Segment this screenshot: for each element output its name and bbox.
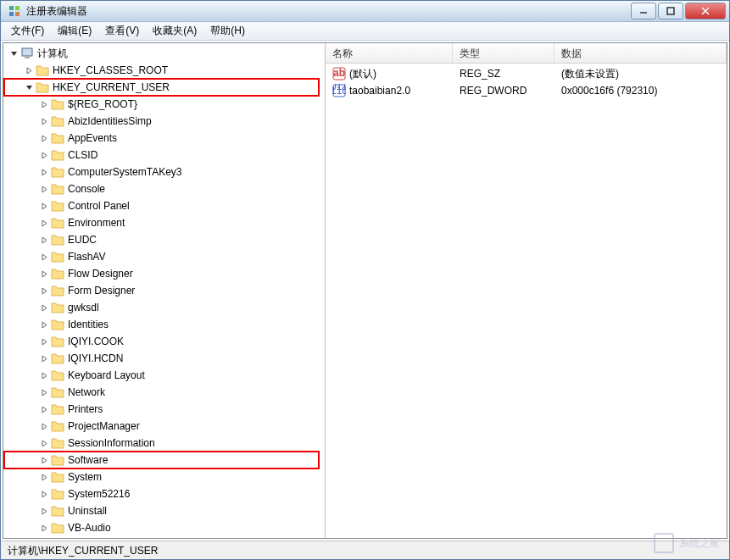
tree-item[interactable]: Form Designer <box>3 282 325 299</box>
tree-item[interactable]: Uninstall <box>3 502 325 519</box>
tree-panel[interactable]: 计算机HKEY_CLASSES_ROOTHKEY_CURRENT_USER${R… <box>3 43 326 538</box>
list-row[interactable]: ab(默认)REG_SZ(数值未设置) <box>326 65 727 82</box>
column-name[interactable]: 名称 <box>326 43 453 63</box>
folder-icon <box>51 149 64 161</box>
tree-item[interactable]: System52216 <box>3 485 325 502</box>
folder-icon <box>51 217 64 229</box>
expander-icon[interactable] <box>39 370 49 380</box>
folder-icon <box>51 183 64 195</box>
tree-label: Flow Designer <box>68 268 133 280</box>
tree-label: Network <box>68 386 105 398</box>
expander-icon[interactable] <box>39 167 49 177</box>
column-type[interactable]: 类型 <box>453 43 554 63</box>
tree-item[interactable]: IQIYI.HCDN <box>3 350 325 367</box>
folder-icon <box>51 488 64 500</box>
expander-icon[interactable] <box>39 319 49 330</box>
expander-icon[interactable] <box>39 455 49 465</box>
expander-icon[interactable] <box>8 48 19 58</box>
expander-icon[interactable] <box>39 421 49 431</box>
tree-item[interactable]: Control Panel <box>3 197 325 214</box>
list-header: 名称 类型 数据 <box>326 43 727 64</box>
tree-item[interactable]: Environment <box>3 214 325 231</box>
tree-item[interactable]: VB-Audio <box>3 519 325 536</box>
close-button[interactable] <box>685 3 726 19</box>
tree-item[interactable]: SessionInformation <box>3 435 325 452</box>
expander-icon[interactable] <box>39 184 49 194</box>
tree-item[interactable]: Console <box>3 180 325 197</box>
expander-icon[interactable] <box>39 133 49 143</box>
expander-icon[interactable] <box>39 506 49 516</box>
expander-icon[interactable] <box>39 353 49 363</box>
folder-icon <box>51 234 64 246</box>
tree-hkey-current-user[interactable]: HKEY_CURRENT_USER <box>3 79 325 96</box>
list-body[interactable]: ab(默认)REG_SZ(数值未设置)011110taobaibian2.0RE… <box>326 64 727 538</box>
folder-icon <box>51 420 64 432</box>
tree-item[interactable]: AppEvents <box>3 130 325 147</box>
tree-item[interactable]: System <box>3 469 325 485</box>
menu-view[interactable]: 查看(V) <box>98 22 146 40</box>
svg-rect-3 <box>15 12 20 16</box>
minimize-button[interactable] <box>631 3 656 19</box>
tree-item[interactable]: Flow Designer <box>3 265 325 282</box>
tree-item[interactable]: AbizIdentitiesSimp <box>3 113 325 130</box>
tree-hkey-classes-root[interactable]: HKEY_CLASSES_ROOT <box>3 62 325 79</box>
tree-item[interactable]: ${REG_ROOT} <box>3 96 325 113</box>
tree-label: Form Designer <box>68 285 135 297</box>
expander-icon[interactable] <box>39 404 49 414</box>
expander-icon[interactable] <box>39 472 49 482</box>
expander-icon[interactable] <box>39 387 49 397</box>
menubar: 文件(F) 编辑(E) 查看(V) 收藏夹(A) 帮助(H) <box>1 22 729 41</box>
folder-icon <box>36 64 49 76</box>
tree-item[interactable]: FlashAV <box>3 248 325 265</box>
expander-icon[interactable] <box>39 286 49 296</box>
expander-icon[interactable] <box>39 523 49 533</box>
folder-icon <box>36 81 49 93</box>
tree-item[interactable]: CLSID <box>3 147 325 164</box>
expander-icon[interactable] <box>39 218 49 228</box>
expander-icon[interactable] <box>39 302 49 313</box>
tree-item[interactable]: ComputerSystemTAKey3 <box>3 164 325 180</box>
expander-icon[interactable] <box>39 489 49 499</box>
menu-file[interactable]: 文件(F) <box>4 22 51 40</box>
tree-root-computer[interactable]: 计算机 <box>3 45 325 62</box>
tree-item[interactable]: gwksdl <box>3 299 325 316</box>
value-name: (默认) <box>349 67 376 81</box>
expander-icon[interactable] <box>39 252 49 262</box>
tree-item[interactable]: Software <box>3 452 325 469</box>
column-data[interactable]: 数据 <box>554 43 727 63</box>
folder-icon <box>51 132 64 144</box>
menu-help[interactable]: 帮助(H) <box>203 22 252 40</box>
tree-label: Uninstall <box>68 505 107 517</box>
tree-item[interactable]: EUDC <box>3 231 325 248</box>
menu-favorites[interactable]: 收藏夹(A) <box>146 22 203 40</box>
expander-icon[interactable] <box>39 201 49 211</box>
list-panel: 名称 类型 数据 ab(默认)REG_SZ(数值未设置)011110taobai… <box>326 43 727 538</box>
folder-icon <box>51 302 64 313</box>
tree-item[interactable]: ProjectManager <box>3 418 325 435</box>
tree-item[interactable]: Network <box>3 384 325 401</box>
tree-item[interactable]: Keyboard Layout <box>3 367 325 384</box>
expander-icon[interactable] <box>24 82 34 92</box>
expander-icon[interactable] <box>39 235 49 245</box>
expander-icon[interactable] <box>39 116 49 126</box>
expander-icon[interactable] <box>39 438 49 448</box>
tree-item[interactable]: Printers <box>3 401 325 418</box>
binary-value-icon: 011110 <box>332 84 346 97</box>
tree-item[interactable]: Identities <box>3 316 325 333</box>
expander-icon[interactable] <box>39 99 49 109</box>
value-type: REG_SZ <box>453 68 554 80</box>
statusbar-path: 计算机\HKEY_CURRENT_USER <box>8 545 158 557</box>
app-icon <box>8 4 21 18</box>
expander-icon[interactable] <box>24 65 34 75</box>
tree-label: AbizIdentitiesSimp <box>68 115 152 127</box>
menu-edit[interactable]: 编辑(E) <box>51 22 98 40</box>
expander-icon[interactable] <box>39 336 49 347</box>
folder-icon <box>51 335 64 347</box>
expander-icon[interactable] <box>39 269 49 279</box>
maximize-button[interactable] <box>658 3 683 19</box>
window-controls <box>631 3 726 19</box>
titlebar[interactable]: 注册表编辑器 <box>1 1 729 22</box>
expander-icon[interactable] <box>39 150 49 160</box>
tree-item[interactable]: IQIYI.COOK <box>3 333 325 350</box>
list-row[interactable]: 011110taobaibian2.0REG_DWORD0x000c16f6 (… <box>326 82 727 99</box>
